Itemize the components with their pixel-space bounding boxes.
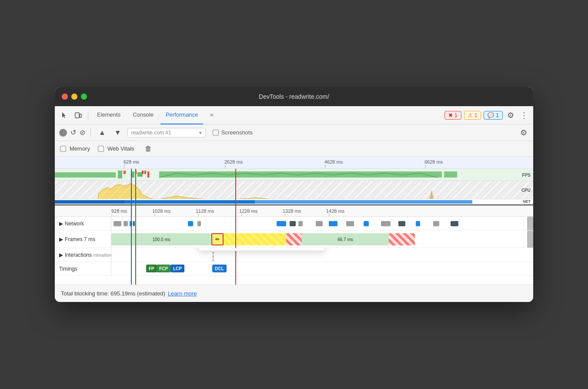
profile-input[interactable]: readwrite.com #1 ▼ xyxy=(127,128,206,137)
frames-scrollbar-thumb[interactable] xyxy=(527,231,533,248)
frame-block-selected[interactable]: ✏ xyxy=(211,233,224,245)
profile-input-text: readwrite.com #1 xyxy=(131,130,171,136)
fps-bars xyxy=(55,171,527,180)
svg-rect-7 xyxy=(118,171,122,178)
frame-block-green-100[interactable]: 100.0 ms xyxy=(111,233,211,245)
maximize-button[interactable] xyxy=(81,94,87,100)
net-bar-12 xyxy=(346,221,354,226)
devtools-window: DevTools - readwrite.com/ Elements Conso… xyxy=(55,87,533,302)
dropdown-arrow-icon: ▼ xyxy=(198,130,203,135)
fps-label: FPS xyxy=(522,172,531,177)
screenshots-checkbox[interactable] xyxy=(213,130,219,136)
interactions-expand-icon[interactable]: ▶ xyxy=(59,252,63,258)
svg-rect-21 xyxy=(255,200,472,204)
performance-settings-button[interactable]: ⚙ xyxy=(518,126,529,139)
net-bar-17 xyxy=(433,221,439,226)
network-track-content xyxy=(111,217,533,230)
timings-track-row: Timings FP FCP LCP DCL xyxy=(55,262,533,276)
timing-fcp[interactable]: FCP xyxy=(157,265,170,272)
trash-icon[interactable]: 🗑 xyxy=(142,143,154,154)
settings-button[interactable]: ⚙ xyxy=(505,109,516,122)
warn-badge[interactable]: ⚠ 1 xyxy=(464,111,481,120)
svg-rect-20 xyxy=(124,200,255,204)
error-icon: ✖ xyxy=(448,112,453,118)
status-bar: Total blocking time: 695.19ms (estimated… xyxy=(55,285,533,302)
blocking-time-text: Total blocking time: 695.19ms (estimated… xyxy=(61,290,165,297)
cpu-chart: CPU xyxy=(55,181,533,199)
frame-block-red-stripe[interactable] xyxy=(286,233,302,245)
badge-group: ✖ 1 ⚠ 1 💬 1 ⚙ ⋮ xyxy=(444,109,530,122)
net-bar-13 xyxy=(364,221,369,226)
minimize-button[interactable] xyxy=(71,94,77,100)
frame-block-stripe-2[interactable] xyxy=(239,233,255,245)
network-track-row: ▶ Network xyxy=(55,217,533,231)
mid-ruler-svg xyxy=(111,205,533,216)
time-ruler-mid: 928 ms 1028 ms 1128 ms 1228 ms 1328 ms 1… xyxy=(55,205,533,217)
more-button[interactable]: ⋮ xyxy=(518,109,530,122)
upload-button[interactable]: ▲ xyxy=(96,127,108,138)
timing-lcp[interactable]: LCP xyxy=(170,265,184,272)
frames-scrollbar[interactable] xyxy=(527,231,533,248)
cursor-icon[interactable] xyxy=(58,110,70,121)
frame-block-stripe-1[interactable] xyxy=(224,233,239,245)
network-scrollbar-thumb[interactable] xyxy=(527,217,533,230)
svg-rect-12 xyxy=(142,171,144,174)
svg-rect-0 xyxy=(75,113,79,118)
timing-fp[interactable]: FP xyxy=(146,265,157,272)
cpu-svg xyxy=(55,181,533,199)
timings-track-label: Timings xyxy=(55,262,111,275)
clear-button[interactable]: ⊘ xyxy=(80,128,85,137)
separator xyxy=(88,111,88,120)
network-scrollbar[interactable] xyxy=(527,217,533,230)
fps-svg xyxy=(55,171,527,180)
tab-elements[interactable]: Elements xyxy=(92,106,126,124)
network-expand-icon[interactable]: ▶ xyxy=(59,221,63,227)
record-toolbar: ↺ ⊘ ▲ ▼ readwrite.com #1 ▼ Screenshots ⚙ xyxy=(55,124,533,141)
download-button[interactable]: ▼ xyxy=(112,127,124,138)
frame-block-green-66[interactable]: 66.7 ms xyxy=(302,233,389,245)
net-bar-9 xyxy=(298,221,303,226)
net-bar-10 xyxy=(316,221,323,226)
tab-performance[interactable]: Performance xyxy=(160,106,203,124)
svg-rect-8 xyxy=(124,171,126,174)
mid-ruler-1128: 1128 ms xyxy=(196,208,214,214)
frame-block-stripe-3[interactable] xyxy=(255,233,271,245)
svg-rect-14 xyxy=(147,171,149,178)
close-button[interactable] xyxy=(62,94,68,100)
profile-select-wrap: readwrite.com #1 ▼ xyxy=(127,128,206,137)
warn-count: 1 xyxy=(474,112,478,118)
frame-block-stripe-4[interactable] xyxy=(271,233,286,245)
info-count: 1 xyxy=(496,112,499,118)
error-badge[interactable]: ✖ 1 xyxy=(444,111,461,120)
record-button[interactable] xyxy=(59,129,67,137)
cpu-label: CPU xyxy=(521,188,531,192)
net-bar-1 xyxy=(114,221,121,226)
frame-label-100: 100.0 ms xyxy=(152,237,170,242)
window-title: DevTools - readwrite.com/ xyxy=(259,93,329,100)
mid-ruler-1028: 1028 ms xyxy=(152,208,170,214)
frame-block-red-stripe-2[interactable] xyxy=(389,233,415,245)
tab-more[interactable]: » xyxy=(205,106,218,124)
mid-ruler-1228: 1228 ms xyxy=(239,208,257,214)
net-bar-6 xyxy=(197,221,201,226)
tab-bar: Elements Console Performance » ✖ 1 ⚠ 1 💬… xyxy=(55,106,533,124)
reload-button[interactable]: ↺ xyxy=(70,128,76,137)
net-bar-8 xyxy=(290,221,296,226)
timing-dcl[interactable]: DCL xyxy=(212,265,227,272)
ruler-ticks xyxy=(55,157,533,168)
timings-label: Timings xyxy=(59,266,77,272)
time-ruler-top: 628 ms 2628 ms 4628 ms 6628 ms xyxy=(55,157,533,169)
info-badge[interactable]: 💬 1 xyxy=(484,111,503,120)
network-track-label: ▶ Network xyxy=(55,217,111,230)
tab-console[interactable]: Console xyxy=(127,106,159,124)
web-vitals-checkbox[interactable] xyxy=(98,146,104,152)
learn-more-link[interactable]: Learn more xyxy=(168,290,197,297)
svg-rect-1 xyxy=(80,114,81,117)
frames-expand-icon[interactable]: ▶ xyxy=(59,236,63,242)
net-bar-7 xyxy=(277,221,286,226)
net-bar-15 xyxy=(398,221,405,226)
frames-track-label: ▶ Frames 7 ms xyxy=(55,231,111,248)
traffic-lights xyxy=(62,94,87,100)
device-toggle-icon[interactable] xyxy=(72,110,84,121)
memory-checkbox[interactable] xyxy=(60,146,66,152)
